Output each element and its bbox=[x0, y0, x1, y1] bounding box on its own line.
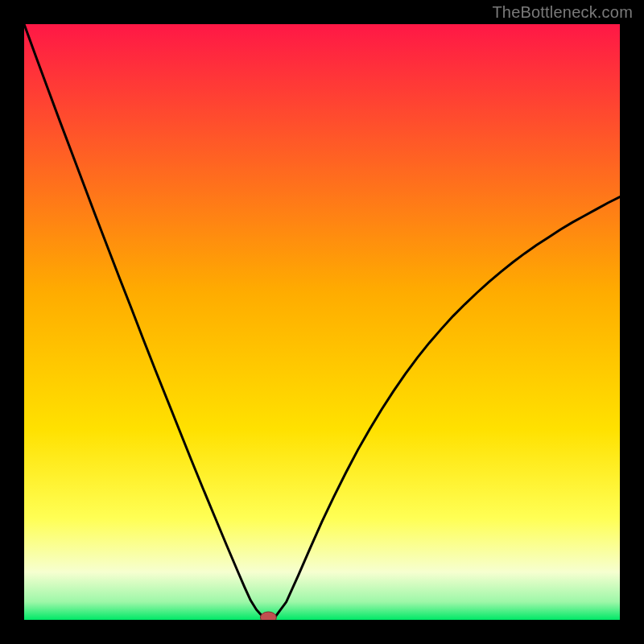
optimum-marker bbox=[260, 612, 276, 620]
watermark-text: TheBottleneck.com bbox=[492, 3, 633, 22]
plot-area bbox=[24, 24, 620, 620]
chart-svg bbox=[24, 24, 620, 620]
gradient-background bbox=[24, 24, 620, 620]
chart-container: TheBottleneck.com bbox=[0, 0, 644, 644]
